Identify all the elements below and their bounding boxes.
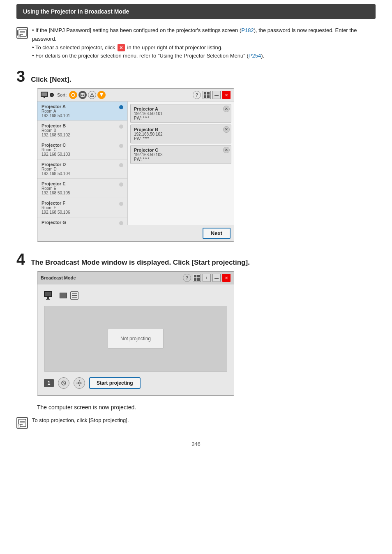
note-link3[interactable]: P254 — [249, 53, 261, 59]
sort-btn-3[interactable] — [88, 91, 96, 99]
svg-rect-38 — [81, 383, 82, 383]
svg-rect-28 — [47, 297, 49, 299]
projector-list: Projector A Room A 192.168.50.101 Projec… — [37, 102, 128, 225]
svg-rect-23 — [197, 275, 200, 277]
sort-btn-2[interactable] — [78, 91, 87, 99]
broadcast-controls: 1 Start projecting — [44, 377, 227, 389]
not-projecting-box: Not projecting — [108, 329, 164, 349]
dialog-toolbar: Sort: — [37, 89, 234, 102]
svg-rect-20 — [204, 95, 206, 98]
note-bullet1: If the [NMPJ Password] setting has been … — [35, 27, 241, 33]
broadcast-menu-icon[interactable] — [70, 291, 78, 300]
svg-rect-4 — [18, 34, 21, 37]
svg-rect-25 — [197, 278, 200, 281]
broadcast-titlebar: Broadcast Mode ? + — ✕ — [37, 272, 234, 284]
svg-rect-31 — [60, 293, 67, 298]
page-header: Using the Projector in Broadcast Mode — [16, 4, 376, 19]
help-button[interactable]: ? — [193, 91, 201, 99]
note2-icon — [16, 417, 28, 429]
svg-rect-8 — [42, 92, 47, 96]
step3-number: 3 — [16, 69, 25, 84]
svg-rect-19 — [207, 92, 210, 95]
sort-btn-1[interactable] — [69, 91, 77, 99]
broadcast-screen-icon — [60, 293, 67, 298]
svg-rect-27 — [45, 292, 51, 296]
projector-item-f[interactable]: Projector F Room F 192.168.50.106 — [37, 198, 127, 217]
monitor-icon — [41, 91, 55, 99]
grid-button[interactable] — [203, 91, 211, 99]
note2-block: To stop projection, click [Stop projecti… — [16, 416, 376, 429]
step4-label: The Broadcast Mode window is displayed. … — [31, 259, 250, 267]
remove-projector-a-button[interactable]: ✕ — [223, 106, 230, 112]
sort-icons — [69, 91, 106, 99]
settings-btn[interactable] — [74, 377, 85, 389]
computer-projected-text: The computer screen is now projected. — [37, 404, 376, 411]
note-bullet2-post: in the upper right of that projector lis… — [126, 44, 223, 51]
projector-dot-c — [119, 144, 123, 148]
step4-number: 4 — [16, 252, 25, 267]
broadcast-monitor-icon — [44, 291, 56, 300]
projector-item-d[interactable]: Projector D Room D 192.168.50.104 — [37, 159, 127, 179]
svg-rect-22 — [194, 275, 196, 277]
svg-rect-21 — [207, 95, 210, 98]
step4-heading: 4 The Broadcast Mode window is displayed… — [16, 252, 376, 267]
selected-projector-a: Projector A 192.168.50.101 PW: **** ✕ — [130, 104, 231, 123]
broadcast-window-controls: ? + — ✕ — [183, 274, 231, 282]
remove-projector-c-button[interactable]: ✕ — [223, 147, 230, 153]
note2-text: To stop projection, click [Stop projecti… — [32, 416, 129, 425]
dialog-body: Projector A Room A 192.168.50.101 Projec… — [37, 102, 234, 225]
svg-marker-16 — [90, 93, 94, 97]
svg-rect-24 — [194, 278, 196, 281]
next-button[interactable]: Next — [203, 228, 231, 239]
svg-rect-29 — [46, 299, 50, 300]
note-bullet3-post: ). — [261, 53, 264, 59]
projector-dot-a — [119, 105, 123, 109]
minimize-button[interactable]: — — [212, 91, 221, 99]
projector-item-e[interactable]: Projector E Room E 192.168.50.105 — [37, 179, 127, 198]
projector-item-c[interactable]: Projector C Room C 192.168.50.103 — [37, 140, 127, 159]
projector-dot-d — [119, 163, 123, 167]
svg-rect-9 — [44, 97, 45, 98]
broadcast-close-button[interactable]: ✕ — [222, 274, 231, 282]
note-bullet3-pre: For details on the projector selection m… — [35, 53, 249, 59]
svg-rect-36 — [79, 385, 80, 386]
svg-rect-43 — [18, 424, 20, 427]
start-projecting-button[interactable]: Start projecting — [89, 377, 141, 389]
projector-dot-g — [119, 221, 123, 225]
projector-item-b[interactable]: Projector B Room B 192.168.50.102 — [37, 121, 127, 140]
note-link1[interactable]: P182 — [241, 27, 254, 33]
broadcast-minimize-button[interactable]: — — [212, 274, 221, 282]
close-button[interactable]: ✕ — [222, 91, 231, 99]
step3-heading: 3 Click [Next]. — [16, 69, 376, 84]
broadcast-title: Broadcast Mode — [41, 275, 76, 280]
projector-dot-e — [119, 182, 123, 187]
stop-btn[interactable] — [58, 377, 69, 389]
svg-point-34 — [78, 382, 81, 384]
svg-rect-35 — [79, 380, 80, 381]
selected-projectors-panel: Projector A 192.168.50.101 PW: **** ✕ Pr… — [128, 102, 234, 225]
broadcast-mode-dialog: Broadcast Mode ? + — ✕ — [37, 271, 234, 396]
svg-marker-17 — [100, 93, 103, 97]
sort-btn-4[interactable] — [97, 91, 106, 99]
note-bullet2-pre: To clear a selected projector, click — [35, 44, 117, 51]
broadcast-grid-button[interactable] — [193, 274, 201, 282]
svg-point-12 — [71, 93, 75, 97]
step3-label: Click [Next]. — [31, 76, 71, 84]
notes-text: • If the [NMPJ Password] setting has bee… — [32, 26, 376, 60]
notes-block: • If the [NMPJ Password] setting has bee… — [16, 26, 376, 60]
broadcast-plus-button[interactable]: + — [203, 274, 211, 282]
broadcast-help-button[interactable]: ? — [183, 274, 191, 282]
projector-dot-f — [119, 202, 123, 206]
svg-point-11 — [51, 94, 53, 96]
projector-item-g[interactable]: Projector G Room G 192.168.50.107 — [37, 217, 127, 225]
header-title: Using the Projector in Broadcast Mode — [23, 8, 129, 15]
selected-projector-c: Projector C 192.168.50.103 PW: **** ✕ — [130, 145, 231, 164]
preview-area: Not projecting — [44, 306, 227, 372]
projector-item-a[interactable]: Projector A Room A 192.168.50.101 — [37, 102, 127, 121]
remove-projector-b-button[interactable]: ✕ — [223, 126, 230, 133]
broadcast-body: Not projecting 1 — [37, 284, 234, 395]
not-projecting-text: Not projecting — [120, 336, 151, 342]
toolbar-left: Sort: — [41, 91, 106, 99]
projector-count-badge: 1 — [44, 379, 54, 387]
svg-line-33 — [62, 382, 65, 384]
